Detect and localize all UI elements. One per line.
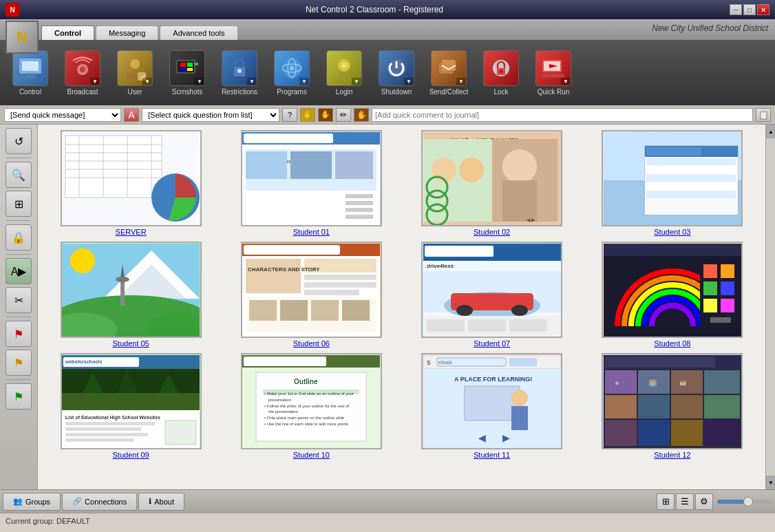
tool-quickrun[interactable]: ▼ Quick Run [529, 47, 578, 98]
tool-shutdown[interactable]: ▼ Shutdown [372, 47, 421, 98]
user-label: User [127, 88, 142, 96]
list-item[interactable]: Student 05 [43, 242, 218, 348]
s03-label[interactable]: Student 03 [654, 228, 690, 236]
svg-text:★: ★ [614, 379, 620, 387]
flag-green-button[interactable]: ⚑ [6, 383, 32, 409]
send-message-button[interactable]: A [124, 108, 139, 122]
thumbnail-s05[interactable] [61, 242, 202, 338]
refresh-button[interactable]: ↺ [6, 128, 32, 154]
s07-label[interactable]: Student 07 [474, 339, 510, 348]
thumbnail-s03[interactable] [602, 130, 743, 226]
s11-label[interactable]: Student 11 [474, 451, 510, 459]
thumbnail-server[interactable] [61, 130, 202, 226]
sendcollect-icon: ▼ [431, 50, 467, 86]
connections-tab[interactable]: 🔗 Connections [62, 493, 137, 511]
question-btn1[interactable]: ? [282, 108, 297, 122]
view-toggle-button[interactable]: ⊞ [6, 191, 32, 217]
zoom-button[interactable]: 🔍 [6, 162, 32, 188]
about-tab[interactable]: ℹ About [138, 493, 184, 511]
flag-red-button[interactable]: ⚑ [6, 321, 32, 347]
thumbnail-s10[interactable]: Outline • Make your 1st or 2nd slide as … [241, 353, 382, 449]
s09-label[interactable]: Student 09 [113, 451, 149, 459]
tool-screenshots[interactable]: ▼ Scrnshots [162, 47, 212, 98]
s10-label[interactable]: Student 10 [293, 451, 330, 459]
lock-sidebar-button[interactable]: 🔒 [6, 224, 32, 251]
grid-view-btn[interactable]: ⊞ [657, 493, 675, 510]
scrollbar[interactable]: ▲ ▼ [765, 125, 775, 489]
svg-rect-29 [500, 70, 502, 73]
list-item[interactable]: s chool A PLACE FOR LEARNING! ◀ [405, 353, 580, 459]
s02-label[interactable]: Student 02 [474, 228, 510, 236]
tool-user[interactable]: ✓ ▼ User [110, 47, 160, 98]
tab-control[interactable]: Control [41, 25, 94, 40]
close-button[interactable]: ✕ [757, 4, 769, 15]
thumbnail-s01[interactable]: Release it across Windows 7 [241, 130, 382, 226]
s12-label[interactable]: Student 12 [654, 451, 690, 459]
tool-login[interactable]: ▼ Login [319, 47, 369, 98]
minimize-button[interactable]: ─ [730, 4, 742, 15]
thumbnail-s11[interactable]: s chool A PLACE FOR LEARNING! ◀ [421, 353, 562, 449]
list-item[interactable]: drive4less Student 07 [405, 242, 580, 348]
quick-message-select[interactable]: [Send quick message] [4, 108, 121, 122]
settings-btn[interactable]: ⚙ [695, 493, 713, 510]
flag-yellow-button[interactable]: ⚑ [6, 350, 32, 376]
svg-rect-58 [346, 215, 373, 219]
thumbnail-s07[interactable]: drive4less [421, 242, 562, 338]
svg-rect-57 [346, 208, 373, 212]
list-item[interactable]: ★ 🌅 🏔 Student 12 [585, 353, 760, 459]
server-label[interactable]: SERVER [116, 228, 147, 236]
thumbnail-s02[interactable]: WHAT ... YOUR NAME? ◀ ▶ [421, 130, 562, 226]
s05-label[interactable]: Student 05 [113, 339, 149, 348]
tool-control[interactable]: Control [6, 47, 55, 98]
list-item[interactable]: WHAT ... YOUR NAME? ◀ ▶ [405, 130, 580, 236]
titlebar-logo: N [6, 3, 19, 17]
quickrun-label: Quick Run [538, 88, 570, 96]
tool-programs[interactable]: ▼ Programs [267, 47, 317, 98]
list-item[interactable]: Release it across Windows 7 Student 01 [224, 130, 399, 236]
label-button[interactable]: A▶ [6, 258, 32, 284]
list-item[interactable]: Student 08 [585, 242, 760, 348]
zoom-slider-thumb[interactable] [743, 497, 753, 507]
shutdown-icon: ▼ [379, 50, 414, 86]
svg-rect-131 [721, 264, 734, 278]
question-btn4[interactable]: ✏ [336, 108, 351, 122]
svg-point-23 [341, 63, 347, 68]
groups-tab[interactable]: 👥 Groups [3, 493, 61, 511]
question-btn2[interactable]: ✋ [300, 108, 315, 122]
list-item[interactable]: Outline • Make your 1st or 2nd slide as … [224, 353, 399, 459]
question-btn5[interactable]: ✋ [354, 108, 369, 122]
svg-rect-154 [165, 421, 196, 445]
svg-point-95 [116, 277, 129, 282]
svg-rect-199 [704, 420, 740, 446]
s01-label[interactable]: Student 01 [293, 228, 330, 236]
svg-rect-83 [646, 183, 736, 190]
tool-restrictions[interactable]: ▼ Restrictions [215, 47, 264, 98]
thumbnail-s09[interactable]: websforschools List of Educational High … [61, 353, 202, 449]
programs-icon: ▼ [274, 50, 310, 86]
journal-comment-input[interactable] [372, 108, 753, 122]
sidebar-sep1 [6, 158, 31, 158]
tool-lock[interactable]: Lock [476, 47, 526, 98]
maximize-button[interactable]: □ [743, 4, 756, 15]
tool-sendcollect[interactable]: ▼ Send/Collect [424, 47, 474, 98]
svg-rect-175 [509, 358, 537, 366]
s06-label[interactable]: Student 06 [293, 339, 330, 348]
list-item[interactable]: Student 03 [585, 130, 760, 236]
journal-btn[interactable]: 📋 [756, 108, 771, 122]
tool-broadcast[interactable]: ▼ Broadcast [58, 47, 107, 98]
thumbnail-s12[interactable]: ★ 🌅 🏔 [602, 353, 743, 449]
thumbnail-s08[interactable] [602, 242, 743, 338]
s08-label[interactable]: Student 08 [654, 339, 690, 348]
screenshots-label: Scrnshots [172, 88, 202, 96]
tab-messaging[interactable]: Messaging [96, 25, 158, 40]
question-btn3[interactable]: ✋ [318, 108, 333, 122]
list-item[interactable]: SERVER [43, 130, 218, 236]
list-item[interactable]: CHARACTERS AND STORY Student 06 [224, 242, 399, 348]
list-view-btn[interactable]: ☰ [676, 493, 694, 510]
tools-button[interactable]: ✂ [6, 287, 32, 313]
thumbnail-s06[interactable]: CHARACTERS AND STORY [241, 242, 382, 338]
quick-question-select[interactable]: [Select quick question from list] [142, 108, 279, 122]
tab-advanced-tools[interactable]: Advanced tools [160, 25, 237, 40]
list-item[interactable]: websforschools List of Educational High … [43, 353, 218, 459]
svg-rect-125 [509, 319, 547, 332]
